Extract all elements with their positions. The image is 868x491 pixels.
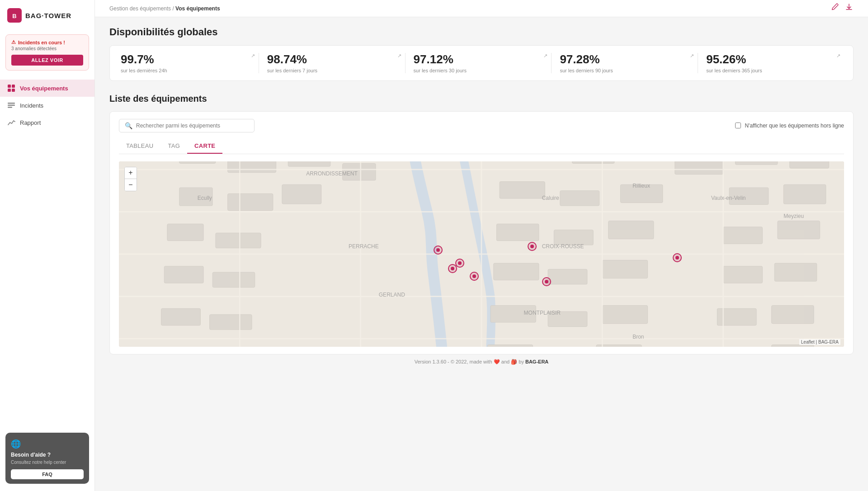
search-input[interactable] — [136, 123, 249, 129]
map-marker-2[interactable] — [470, 272, 479, 281]
incident-title: ⚠ Incidents en cours ! — [11, 39, 83, 45]
svg-text:Caluire: Caluire — [542, 194, 559, 201]
stat-label-2: sur les derniers 30 jours — [414, 68, 543, 73]
stat-label-3: sur les derniers 90 jours — [560, 68, 689, 73]
svg-rect-28 — [783, 184, 826, 204]
svg-rect-8 — [8, 107, 12, 108]
top-actions — [830, 3, 854, 14]
warning-icon: ⚠ — [11, 39, 16, 45]
svg-text:PERRACHE: PERRACHE — [349, 243, 379, 249]
stat-link-icon-1[interactable]: ↗ — [397, 53, 401, 59]
stat-label-4: sur les derniers 365 jours — [706, 68, 836, 73]
edit-button[interactable] — [830, 3, 839, 14]
sidebar-item-equipements[interactable]: Vos équipements — [0, 80, 94, 97]
tab-tag[interactable]: TAG — [160, 139, 187, 154]
svg-rect-54 — [596, 345, 642, 347]
stat-item-24h: ↗ 99.7% sur les dernières 24h — [119, 53, 259, 73]
sidebar-item-rapport[interactable]: Rapport — [0, 114, 94, 131]
breadcrumb: Gestion des équipements / Vos équipement… — [109, 5, 220, 12]
stat-value-1: 98.74% — [267, 53, 397, 66]
map-zoom-controls: + − — [124, 167, 137, 191]
sidebar-item-label-equipements: Vos équipements — [20, 85, 68, 92]
help-subtitle: Consultez notre help center — [11, 459, 84, 466]
svg-text:Meyzieu: Meyzieu — [783, 212, 804, 219]
svg-rect-43 — [161, 308, 201, 325]
filter-offline-label: N'afficher que les équipements hors lign… — [745, 123, 844, 129]
export-button[interactable] — [844, 3, 854, 14]
main-content: Gestion des équipements / Vos équipement… — [95, 0, 868, 491]
svg-rect-42 — [774, 263, 817, 281]
tab-carte[interactable]: CARTE — [187, 139, 222, 154]
help-icon: 🌐 — [11, 439, 84, 449]
svg-rect-47 — [602, 305, 647, 323]
svg-rect-41 — [723, 266, 763, 283]
stat-label-1: sur les derniers 7 jours — [267, 68, 397, 73]
stat-link-icon-3[interactable]: ↗ — [690, 53, 694, 59]
map-marker-6[interactable] — [542, 277, 551, 286]
svg-rect-24 — [500, 181, 545, 198]
breadcrumb-current: Vos équipements — [175, 5, 220, 12]
svg-rect-39 — [548, 269, 587, 284]
svg-rect-16 — [572, 161, 615, 164]
svg-rect-36 — [164, 266, 203, 283]
svg-rect-12 — [228, 161, 276, 173]
list-title: Liste des équipements — [109, 94, 854, 104]
map-marker-3[interactable] — [448, 264, 457, 273]
svg-rect-3 — [12, 85, 15, 88]
map-background: Ecully ARRONDISSEMENT Francheville Saint… — [119, 161, 844, 347]
footer: Version 1.3.60 - © 2022, made with ❤️ an… — [109, 354, 854, 369]
logo: B BAG·TOWER — [0, 0, 94, 31]
stat-link-icon-4[interactable]: ↗ — [836, 53, 840, 59]
svg-rect-40 — [602, 260, 647, 278]
svg-rect-49 — [772, 305, 814, 323]
svg-rect-18 — [675, 161, 723, 175]
stat-value-4: 95.26% — [706, 53, 836, 66]
svg-text:MONTPLAISIR: MONTPLAISIR — [524, 309, 561, 316]
incidents-icon — [7, 101, 15, 109]
nav-menu: Vos équipements Incidents Rapport — [0, 80, 94, 131]
svg-rect-11 — [179, 161, 216, 164]
logo-icon: B — [7, 8, 22, 23]
search-box: 🔍 — [119, 119, 255, 132]
svg-rect-37 — [212, 272, 255, 287]
map-marker-4[interactable] — [528, 242, 537, 251]
svg-rect-44 — [210, 314, 252, 329]
sidebar-item-incidents[interactable]: Incidents — [0, 97, 94, 114]
equipements-icon — [7, 84, 15, 92]
svg-rect-25 — [560, 190, 599, 205]
map-container[interactable]: Ecully ARRONDISSEMENT Francheville Saint… — [119, 161, 844, 347]
faq-button[interactable]: FAQ — [11, 469, 84, 479]
sidebar-item-label-rapport: Rapport — [20, 119, 41, 126]
stat-label-0: sur les dernières 24h — [121, 68, 250, 73]
stat-link-icon-2[interactable]: ↗ — [543, 53, 547, 59]
svg-rect-6 — [8, 103, 15, 104]
help-box: 🌐 Besoin d'aide ? Consultez notre help c… — [5, 433, 89, 484]
svg-rect-38 — [494, 263, 539, 280]
svg-text:GERLAND: GERLAND — [379, 291, 405, 297]
stat-item-30j: ↗ 97.12% sur les derniers 30 jours — [406, 53, 552, 73]
svg-rect-52 — [487, 345, 533, 347]
filter-offline-checkbox[interactable] — [735, 123, 741, 128]
stat-value-2: 97.12% — [414, 53, 543, 66]
stat-link-icon-0[interactable]: ↗ — [251, 53, 255, 59]
sidebar-item-label-incidents: Incidents — [20, 102, 43, 109]
logo-text: BAG·TOWER — [25, 12, 71, 19]
zoom-in-button[interactable]: + — [125, 167, 137, 179]
zoom-out-button[interactable]: − — [125, 179, 137, 191]
tab-tableau[interactable]: TABLEAU — [119, 139, 160, 154]
content-area: Disponibilités globales ↗ 99.7% sur les … — [95, 17, 868, 378]
map-marker-5[interactable] — [673, 253, 682, 262]
svg-rect-35 — [778, 221, 820, 239]
stat-item-7j: ↗ 98.74% sur les derniers 7 jours — [259, 53, 406, 73]
map-attribution: Leaflet | BAG-ERA — [799, 339, 840, 345]
list-controls: 🔍 N'afficher que les équipements hors li… — [119, 119, 844, 132]
svg-rect-33 — [609, 221, 654, 239]
svg-text:Bron: Bron — [632, 334, 644, 340]
svg-rect-20 — [790, 161, 829, 168]
allez-voir-button[interactable]: ALLEZ VOIR — [11, 55, 83, 66]
top-bar: Gestion des équipements / Vos équipement… — [95, 0, 868, 17]
map-marker-1[interactable] — [455, 259, 464, 268]
stat-value-3: 97.28% — [560, 53, 689, 66]
footer-text: Version 1.3.60 - © 2022, made with ❤️ an… — [415, 359, 549, 364]
map-marker-0[interactable] — [434, 246, 443, 255]
